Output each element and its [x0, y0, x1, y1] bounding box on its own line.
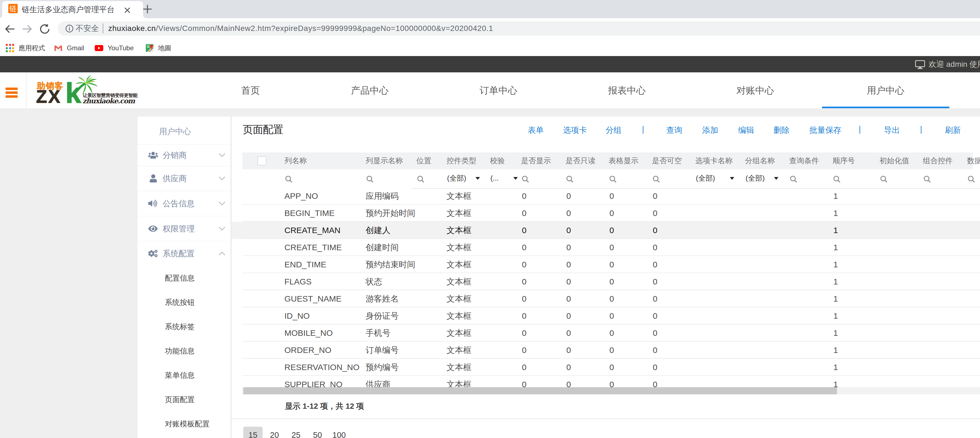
toolbar-link-添加[interactable]: 添加	[702, 125, 718, 136]
toolbar-link-导出[interactable]: 导出	[884, 125, 900, 136]
nav-item-6[interactable]: 用户中心	[867, 72, 904, 108]
nav-item-2[interactable]: 产品中心	[351, 72, 388, 108]
table-row-ID_NO[interactable]: ID_NO身份证号文本框00001	[232, 307, 980, 325]
menu-toggle-button[interactable]	[6, 88, 18, 98]
address-bar[interactable]: 不安全 zhuxiaoke.cn/Views/Common/MainNew2.h…	[58, 21, 980, 36]
table-row-BEGIN_TIME[interactable]: BEGIN_TIME预约开始时间文本框00001	[232, 205, 980, 222]
reload-button[interactable]	[38, 23, 51, 35]
tab-close-icon[interactable]	[122, 5, 133, 16]
toolbar-link-批量保存[interactable]: 批量保存	[809, 125, 842, 136]
filter-dropdown[interactable]: (全部)	[745, 169, 785, 187]
search-icon[interactable]	[285, 175, 293, 183]
table-row-FLAGS[interactable]: FLAGS状态文本框00001	[232, 273, 980, 290]
column-header-是否可空[interactable]: 是否可空	[652, 153, 682, 169]
filter-dropdown[interactable]: (全部)	[447, 169, 487, 187]
bookmark-3[interactable]: YouTube	[95, 40, 134, 56]
column-header-分组名称[interactable]: 分组名称	[745, 153, 775, 169]
column-header-是否只读[interactable]: 是否只读	[566, 153, 595, 169]
page-size-20[interactable]: 20	[265, 427, 284, 438]
forward-button[interactable]	[21, 23, 34, 35]
sidebar-item-label: 分销商	[163, 150, 187, 161]
bookmark-2[interactable]: Gmail	[54, 40, 84, 56]
search-icon[interactable]	[790, 175, 797, 183]
toolbar-link-选项卡[interactable]: 选项卡	[563, 125, 587, 136]
filter-dropdown[interactable]: (...	[490, 169, 515, 187]
sidebar-item-1[interactable]: 分销商	[137, 145, 231, 166]
nav-item-5[interactable]: 对账中心	[737, 72, 774, 108]
table-row-RESERVATION_NO[interactable]: RESERVATION_NO预约编号文本框00001	[232, 359, 980, 376]
sidebar-subitem-页面配置[interactable]: 页面配置	[165, 387, 231, 412]
table-row-CREATE_TIME[interactable]: CREATE_TIME创建时间文本框00001	[232, 239, 980, 256]
search-icon[interactable]	[833, 175, 841, 183]
page-size-15[interactable]: 15	[243, 427, 262, 438]
toolbar-link-编辑[interactable]: 编辑	[738, 125, 754, 136]
search-icon[interactable]	[880, 175, 888, 183]
column-header-查询条件[interactable]: 查询条件	[789, 153, 819, 169]
column-header-列名称[interactable]: 列名称	[285, 153, 307, 169]
column-header-是否显示[interactable]: 是否显示	[521, 153, 551, 169]
site-logo[interactable]: 助销客 ZX k	[36, 79, 146, 108]
browser-tab[interactable]: 链 链生活多业态商户管理平台	[2, 1, 143, 18]
toolbar-link-刷新[interactable]: 刷新	[945, 125, 961, 136]
search-icon[interactable]	[609, 175, 617, 183]
column-header-位置[interactable]: 位置	[417, 153, 431, 169]
cell-show: 0	[522, 188, 527, 205]
sidebar-item-2[interactable]: 供应商	[137, 166, 231, 191]
nav-item-1[interactable]: 首页	[241, 72, 260, 108]
sidebar-subitem-对账模板配置[interactable]: 对账模板配置	[165, 412, 231, 436]
table-row-MOBILE_NO[interactable]: MOBILE_NO手机号文本框00001	[232, 325, 980, 342]
column-header-初始化值[interactable]: 初始化值	[880, 153, 909, 169]
table-row-APP_NO[interactable]: APP_NO应用编码文本框00001	[232, 188, 980, 205]
search-icon[interactable]	[967, 175, 975, 183]
nav-item-4[interactable]: 报表中心	[608, 72, 646, 108]
column-header-选项卡名称[interactable]: 选项卡名称	[695, 153, 733, 169]
column-header-顺序号[interactable]: 顺序号	[832, 153, 855, 169]
info-icon[interactable]	[65, 25, 73, 33]
bookmark-1[interactable]: 應用程式	[6, 40, 45, 56]
search-icon[interactable]	[566, 175, 574, 183]
table-row-GUEST_NAME[interactable]: GUEST_NAME游客姓名文本框00001	[232, 290, 980, 307]
search-icon[interactable]	[652, 175, 660, 183]
url-text[interactable]: zhuxiaoke.cn/Views/Common/MainNew2.htm?e…	[108, 21, 493, 36]
sidebar-item-3[interactable]: 公告信息	[137, 191, 231, 216]
table-row-ORDER_NO[interactable]: ORDER_NO订单编号文本框00001	[232, 342, 980, 359]
back-button[interactable]	[3, 23, 16, 35]
security-label[interactable]: 不安全	[76, 21, 99, 36]
cell-nullable: 0	[653, 205, 657, 222]
nav-item-3[interactable]: 订单中心	[480, 72, 517, 108]
search-icon[interactable]	[417, 175, 425, 183]
sidebar-item-4[interactable]: 权限管理	[137, 216, 231, 241]
column-header-表格显示[interactable]: 表格显示	[609, 153, 638, 169]
cell-order: 1	[834, 239, 838, 256]
toolbar-link-表单[interactable]: 表单	[528, 125, 544, 136]
horizontal-scrollbar-thumb[interactable]	[243, 387, 837, 394]
sidebar-item-5[interactable]: 系统配置	[137, 241, 231, 266]
cell-show: 0	[522, 222, 527, 239]
column-header-校验[interactable]: 校验	[490, 153, 505, 169]
sidebar-subitem-系统标签[interactable]: 系统标签	[165, 315, 231, 339]
sidebar-subitem-系统按钮[interactable]: 系统按钮	[165, 290, 231, 315]
toolbar-link-分组[interactable]: 分组	[606, 125, 622, 136]
select-all-checkbox[interactable]	[257, 156, 266, 166]
column-header-控件类型[interactable]: 控件类型	[447, 153, 476, 169]
cell-show: 0	[522, 359, 527, 376]
sidebar-subitem-菜单信息[interactable]: 菜单信息	[165, 363, 231, 387]
search-icon[interactable]	[522, 175, 529, 183]
page-size-50[interactable]: 50	[308, 427, 327, 438]
table-row-CREATE_MAN[interactable]: CREATE_MAN创建人文本框00001	[232, 222, 980, 239]
column-header-数据[interactable]: 数据	[967, 153, 980, 169]
sidebar-subitem-功能信息[interactable]: 功能信息	[165, 339, 231, 363]
search-icon[interactable]	[366, 175, 374, 183]
sidebar-subitem-配置信息[interactable]: 配置信息	[165, 266, 231, 290]
page-size-100[interactable]: 100	[329, 427, 349, 438]
new-tab-button[interactable]	[142, 3, 153, 14]
filter-dropdown[interactable]: (全部)	[695, 169, 741, 187]
bookmark-4[interactable]: G地圖	[146, 40, 171, 56]
column-header-组合控件[interactable]: 组合控件	[923, 153, 953, 169]
toolbar-link-删除[interactable]: 删除	[773, 125, 789, 136]
page-size-25[interactable]: 25	[286, 427, 306, 438]
table-row-END_TIME[interactable]: END_TIME预约结束时间文本框00001	[232, 256, 980, 273]
toolbar-link-查询[interactable]: 查询	[666, 125, 682, 136]
search-icon[interactable]	[923, 175, 931, 183]
column-header-列显示名称[interactable]: 列显示名称	[366, 153, 403, 169]
